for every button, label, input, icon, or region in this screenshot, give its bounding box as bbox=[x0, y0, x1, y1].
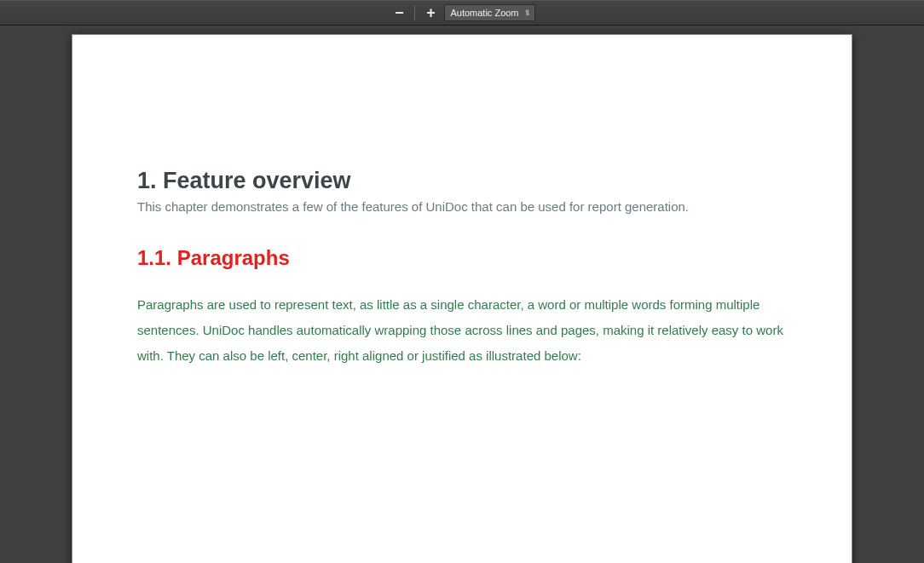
heading-1: 1. Feature overview bbox=[137, 168, 787, 194]
zoom-select-label: Automatic Zoom bbox=[450, 8, 518, 18]
pdf-viewer[interactable]: 1. Feature overview This chapter demonst… bbox=[0, 26, 924, 563]
zoom-select[interactable]: Automatic Zoom ⥮ bbox=[444, 4, 534, 21]
zoom-out-button[interactable]: − bbox=[389, 3, 409, 22]
pdf-toolbar: − + Automatic Zoom ⥮ bbox=[0, 0, 924, 26]
zoom-in-button[interactable]: + bbox=[420, 3, 441, 22]
heading-2: 1.1. Paragraphs bbox=[137, 246, 787, 270]
minus-icon: − bbox=[395, 4, 404, 22]
plus-icon: + bbox=[426, 4, 436, 22]
chapter-intro: This chapter demonstrates a few of the f… bbox=[137, 199, 787, 214]
toolbar-separator bbox=[414, 5, 415, 20]
chevron-updown-icon: ⥮ bbox=[524, 9, 531, 17]
body-paragraph: Paragraphs are used to represent text, a… bbox=[137, 292, 787, 369]
pdf-page: 1. Feature overview This chapter demonst… bbox=[72, 34, 852, 563]
